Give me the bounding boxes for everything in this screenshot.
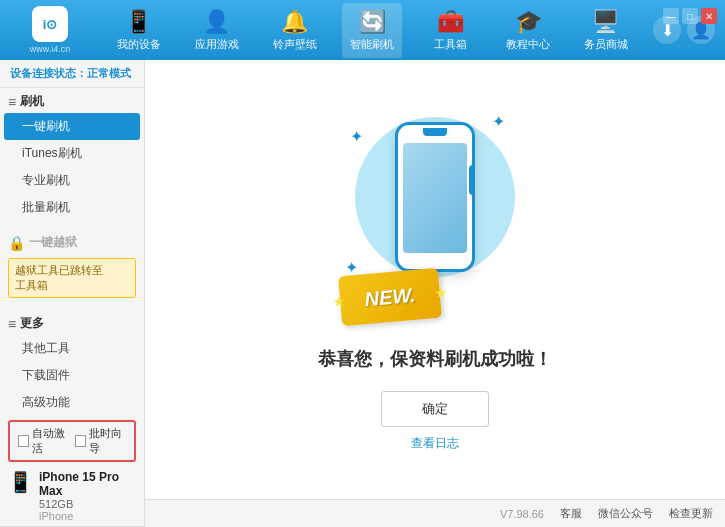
nav-ringtones[interactable]: 🔔 铃声壁纸: [265, 3, 325, 58]
phone-body: [395, 122, 475, 272]
toolbox-icon: 🧰: [437, 9, 464, 35]
more-group-label: 更多: [20, 315, 44, 332]
logo-icon: i⊙: [32, 6, 68, 42]
sidebar-item-itunes-flash[interactable]: iTunes刷机: [0, 140, 144, 167]
nav-tutorial[interactable]: 🎓 教程中心: [498, 3, 558, 58]
content-area: 设备连接状态：正常模式 ≡ 刷机 一键刷机 iTunes刷机 专业刷机 批量刷机…: [0, 60, 725, 527]
minimize-button[interactable]: —: [663, 8, 679, 24]
time-guide-check[interactable]: [75, 435, 86, 447]
phone-illustration: ✦ ✦ ✦ NEW. ★ ★: [335, 107, 535, 327]
logo-url: www.i4.cn: [30, 44, 71, 54]
sidebar-item-download-firmware[interactable]: 下载固件: [0, 362, 144, 389]
main-nav: 📱 我的设备 👤 应用游戏 🔔 铃声壁纸 🔄 智能刷机 🧰 工具箱 🎓: [100, 3, 645, 58]
phone-button: [469, 165, 475, 195]
main-body: ✦ ✦ ✦ NEW. ★ ★: [145, 60, 725, 499]
device-type: iPhone: [39, 510, 136, 522]
nav-smart-flash-label: 智能刷机: [350, 37, 394, 52]
sidebar-item-other-tools[interactable]: 其他工具: [0, 335, 144, 362]
phone-screen: [403, 143, 467, 253]
nav-toolbox-label: 工具箱: [434, 37, 467, 52]
auto-activate-row: 自动激活 批时向导: [8, 420, 136, 462]
flash-group-header: ≡ 刷机: [0, 88, 144, 113]
nav-apps-games[interactable]: 👤 应用游戏: [187, 3, 247, 58]
sidebar-item-batch-flash[interactable]: 批量刷机: [0, 194, 144, 221]
main-area: ✦ ✦ ✦ NEW. ★ ★: [145, 60, 725, 527]
footer-wechat[interactable]: 微信公众号: [598, 506, 653, 521]
more-group-icon: ≡: [8, 316, 16, 332]
more-group-header: ≡ 更多: [0, 310, 144, 335]
nav-apps-label: 应用游戏: [195, 37, 239, 52]
maximize-button[interactable]: □: [682, 8, 698, 24]
merchant-icon: 🖥️: [592, 9, 619, 35]
footer-check-update[interactable]: 检查更新: [669, 506, 713, 521]
time-guide-label: 批时向导: [89, 426, 126, 456]
nav-toolbox[interactable]: 🧰 工具箱: [420, 3, 480, 58]
nav-ringtones-label: 铃声壁纸: [273, 37, 317, 52]
sidebar: 设备连接状态：正常模式 ≡ 刷机 一键刷机 iTunes刷机 专业刷机 批量刷机…: [0, 60, 145, 527]
badge-star-left: ★: [332, 293, 346, 310]
footer-customer-service[interactable]: 客服: [560, 506, 582, 521]
my-device-icon: 📱: [125, 9, 152, 35]
device-name: iPhone 15 Pro Max: [39, 470, 136, 498]
device-details: iPhone 15 Pro Max 512GB iPhone: [39, 470, 136, 522]
flash-group-icon: ≡: [8, 94, 16, 110]
sidebar-item-pro-flash[interactable]: 专业刷机: [0, 167, 144, 194]
jailbreak-group-icon: 🔒: [8, 235, 25, 251]
apps-games-icon: 👤: [203, 9, 230, 35]
tutorial-icon: 🎓: [515, 9, 542, 35]
success-message: 恭喜您，保资料刷机成功啦！: [318, 347, 552, 371]
footer: V7.98.66 客服 微信公众号 检查更新: [145, 499, 725, 527]
nav-tutorial-label: 教程中心: [506, 37, 550, 52]
sparkle-icon-1: ✦: [350, 127, 363, 146]
jailbreak-warning: 越狱工具已跳转至工具箱: [8, 258, 136, 298]
sidebar-item-advanced[interactable]: 高级功能: [0, 389, 144, 416]
log-link[interactable]: 查看日志: [411, 435, 459, 452]
status-value: 正常模式: [87, 67, 131, 79]
status-label: 设备连接状态：: [10, 67, 87, 79]
window-controls: — □ ✕: [663, 8, 717, 24]
phone-body-container: [385, 122, 485, 292]
header: i⊙ www.i4.cn 📱 我的设备 👤 应用游戏 🔔 铃声壁纸 🔄 智能刷机: [0, 0, 725, 60]
nav-my-device-label: 我的设备: [117, 37, 161, 52]
new-badge: NEW. ★ ★: [338, 268, 442, 327]
device-info: 📱 iPhone 15 Pro Max 512GB iPhone: [0, 466, 144, 526]
connection-status: 设备连接状态：正常模式: [0, 60, 144, 88]
sparkle-icon-2: ✦: [492, 112, 505, 131]
nav-merchant[interactable]: 🖥️ 务员商城: [576, 3, 636, 58]
nav-merchant-label: 务员商城: [584, 37, 628, 52]
flash-group-label: 刷机: [20, 93, 44, 110]
badge-star-right: ★: [434, 284, 448, 301]
ringtones-icon: 🔔: [281, 9, 308, 35]
new-badge-text: NEW.: [364, 283, 417, 310]
sidebar-bottom: 自动激活 批时向导 📱 iPhone 15 Pro Max 512GB iPho…: [0, 416, 144, 527]
nav-smart-flash[interactable]: 🔄 智能刷机: [342, 3, 402, 58]
device-storage: 512GB: [39, 498, 136, 510]
close-button[interactable]: ✕: [701, 8, 717, 24]
sidebar-item-one-click-flash[interactable]: 一键刷机: [4, 113, 140, 140]
app-logo: i⊙ www.i4.cn: [10, 6, 90, 54]
auto-activate-check[interactable]: [18, 435, 29, 447]
smart-flash-icon: 🔄: [359, 9, 386, 35]
jailbreak-group-header: 🔒 一键越狱: [0, 229, 144, 254]
time-guide-checkbox[interactable]: 批时向导: [75, 426, 126, 456]
jailbreak-group-label: 一键越狱: [29, 234, 77, 251]
version-label: V7.98.66: [500, 508, 544, 520]
phone-notch: [423, 128, 447, 136]
nav-my-device[interactable]: 📱 我的设备: [109, 3, 169, 58]
confirm-button[interactable]: 确定: [381, 391, 489, 427]
auto-activate-checkbox[interactable]: 自动激活: [18, 426, 69, 456]
device-phone-icon: 📱: [8, 470, 33, 494]
auto-activate-label: 自动激活: [32, 426, 69, 456]
